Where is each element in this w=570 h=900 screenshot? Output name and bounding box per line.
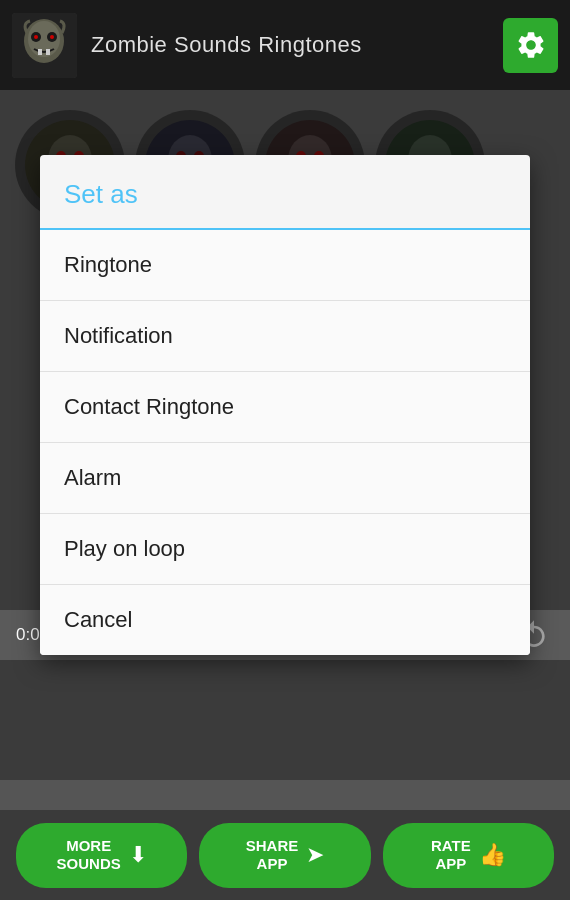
dialog-item-play-on-loop[interactable]: Play on loop xyxy=(40,514,530,585)
share-icon: ➤ xyxy=(306,842,324,868)
svg-point-5 xyxy=(34,35,38,39)
more-sounds-label: MORESOUNDS xyxy=(57,837,121,873)
settings-button[interactable] xyxy=(503,18,558,73)
app-icon xyxy=(12,13,77,78)
svg-rect-7 xyxy=(38,49,42,55)
dialog-item-ringtone[interactable]: Ringtone xyxy=(40,230,530,301)
svg-rect-8 xyxy=(46,49,50,55)
gear-icon xyxy=(515,29,547,61)
dialog-item-notification[interactable]: Notification xyxy=(40,301,530,372)
dialog-item-cancel[interactable]: Cancel xyxy=(40,585,530,655)
download-icon: ⬇ xyxy=(129,842,147,868)
bottom-bar: MORESOUNDS ⬇ SHAREAPP ➤ RATEAPP 👍 xyxy=(0,810,570,900)
svg-point-6 xyxy=(50,35,54,39)
thumbs-up-icon: 👍 xyxy=(479,842,506,868)
dialog-title: Set as xyxy=(40,155,530,230)
app-title: Zombie Sounds Ringtones xyxy=(91,32,362,58)
header-left: Zombie Sounds Ringtones xyxy=(12,13,362,78)
set-as-dialog: Set as Ringtone Notification Contact Rin… xyxy=(40,155,530,655)
more-sounds-button[interactable]: MORESOUNDS ⬇ xyxy=(16,823,187,888)
dialog-item-alarm[interactable]: Alarm xyxy=(40,443,530,514)
share-app-label: SHAREAPP xyxy=(246,837,299,873)
rate-app-button[interactable]: RATEAPP 👍 xyxy=(383,823,554,888)
rate-app-label: RATEAPP xyxy=(431,837,471,873)
app-header: Zombie Sounds Ringtones xyxy=(0,0,570,90)
background-content: Set as Ringtone Notification Contact Rin… xyxy=(0,90,570,780)
dialog-item-contact-ringtone[interactable]: Contact Ringtone xyxy=(40,372,530,443)
share-app-button[interactable]: SHAREAPP ➤ xyxy=(199,823,370,888)
